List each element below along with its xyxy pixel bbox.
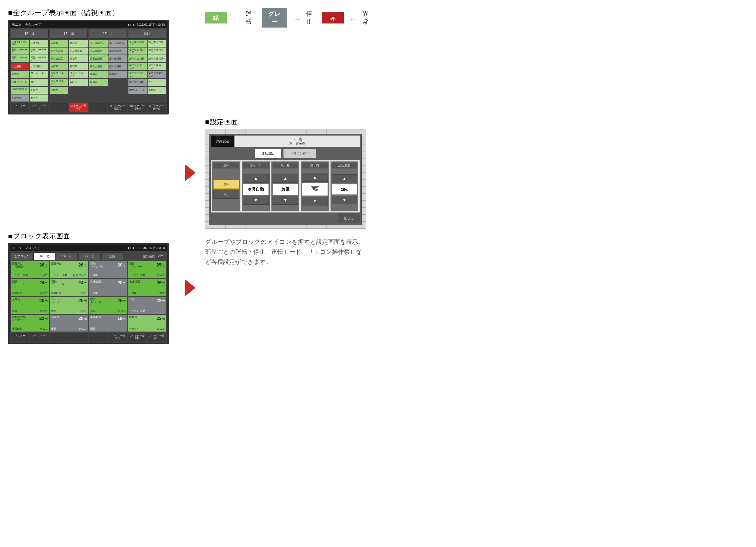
group-tile[interactable]: 準備室1	[89, 71, 108, 78]
group-tile[interactable]: 第一食堂 厨房1	[128, 55, 147, 62]
block-tab[interactable]: 2F 北	[79, 252, 100, 260]
block-tab[interactable]: 別館	[101, 252, 123, 260]
block-card[interactable]: 自動販売機 コーナー22℃冷暖自動 急 22℃	[11, 315, 49, 332]
group-tile[interactable]: 第一会議室 B	[89, 40, 108, 47]
block-card[interactable]: 配布倉庫19℃暖房	[89, 315, 127, 332]
block-tab[interactable]: 1F 北	[33, 252, 55, 260]
group-tile[interactable]: 医務室	[30, 94, 48, 101]
group-tile[interactable]: 第一営業部	[50, 47, 68, 55]
group-tile[interactable]: 給湯室	[89, 79, 108, 86]
block-card[interactable]: 商談 コーナーB25℃ドライ1 自動日 26℃	[128, 261, 166, 278]
temp-down-button[interactable]: ▼	[332, 196, 357, 204]
footer-button[interactable]: ブロック 一括運転	[128, 333, 147, 342]
group-tile[interactable]: 経理部	[69, 40, 87, 47]
block-tab[interactable]: 1F 南	[56, 252, 78, 260]
block-card[interactable]: 商談 コーナーC24℃冷暖自動 急 24℃	[11, 279, 49, 296]
group-tile[interactable]: 役員会議室	[50, 55, 68, 62]
group-tile[interactable]: 開発部 グループ3	[50, 79, 68, 86]
group-tile[interactable]: 第二食堂 北エリア	[128, 63, 147, 70]
group-tile[interactable]: 体験室	[50, 87, 68, 94]
group-tile[interactable]: 管理部	[69, 63, 87, 70]
group-tile[interactable]: 第一食堂 東エリア	[148, 47, 166, 55]
group-tile[interactable]: 第二会議室	[89, 47, 108, 55]
block-card[interactable]: 給湯室20℃暖房 急 20℃	[50, 315, 88, 332]
block-card[interactable]: 見学室20℃暖房 急 20℃	[11, 297, 49, 314]
swing-down-button[interactable]: ▼	[302, 197, 328, 205]
group-tile[interactable]: 企画部	[50, 63, 68, 70]
group-tile[interactable]: 商談 コーナーB	[30, 47, 48, 55]
footer-button[interactable]: ブロック 一括停止	[147, 333, 166, 342]
group-tile[interactable]: 第一食堂 西エリア	[128, 47, 147, 55]
group-tile[interactable]: ロッカー ルーム	[30, 71, 48, 78]
fan-down-button[interactable]: ▼	[273, 196, 298, 205]
group-tile[interactable]: 設計部	[69, 79, 87, 86]
group-tile[interactable]: 第七会議室	[89, 63, 108, 70]
block-card[interactable]: 大会議室226℃ 急風日 26℃	[128, 279, 166, 296]
group-tile[interactable]: 第二食堂 東エリア	[148, 71, 166, 78]
group-tile[interactable]: 第二食堂 西エリア	[128, 71, 147, 78]
block-card[interactable]: 商談 コーナーD24℃冷暖自動 日 24℃	[50, 279, 88, 296]
group-tile[interactable]: 総務部	[69, 55, 87, 62]
detail-settings-button[interactable]: 詳細設定	[211, 135, 234, 147]
settings-tab-remote[interactable]: リモコン操作	[283, 149, 316, 158]
footer-button[interactable]: 全グループ 一括設定	[108, 103, 127, 112]
footer-button[interactable]: メニュー	[11, 103, 29, 112]
group-tile[interactable]: 事務所	[148, 87, 166, 94]
footer-button[interactable]: 全グループ 一括停止	[147, 103, 166, 112]
group-tile[interactable]: 喫煙 スペース	[11, 79, 29, 86]
group-tile[interactable]: 第一食堂 厨房2	[148, 55, 166, 62]
group-tile[interactable]: 第五会議室	[89, 55, 108, 62]
group-tile[interactable]: 売店	[148, 79, 166, 86]
group-tile[interactable]: 開発部 グループ1	[50, 71, 68, 78]
group-tile[interactable]: 第六会議室	[108, 55, 127, 62]
group-tile[interactable]: 給湯室	[30, 87, 48, 94]
group-tile[interactable]: 商談 コーナーA	[11, 47, 29, 55]
footer-button[interactable]: アイコン ガイド	[30, 103, 49, 112]
mode-down-button[interactable]: ▼	[243, 196, 268, 205]
group-tile[interactable]: 第一食堂 南エリア	[148, 40, 166, 47]
group-tile[interactable]: 開発部 グループ2	[69, 71, 87, 78]
block-card[interactable]: 商談 コーナーA20℃ 送風	[89, 261, 127, 278]
group-tile[interactable]: 第二営業部	[69, 47, 87, 55]
group-tile[interactable]: ロビー	[30, 79, 48, 86]
close-button[interactable]: 閉じる	[338, 213, 360, 223]
group-tile[interactable]: 第三会議室	[108, 47, 127, 55]
footer-button[interactable]: ブロック 一括設定	[108, 333, 127, 342]
block-tab[interactable]: 全ブロック	[11, 252, 32, 260]
group-tile[interactable]: 自動販売機 コーナー	[11, 87, 29, 94]
block-card[interactable]: 喫煙 スペース26℃送風 急 26℃	[89, 297, 127, 314]
group-tile[interactable]: 第一食堂 北エリア	[128, 40, 147, 47]
group-tile[interactable]: 第二食堂 南エリア	[148, 63, 166, 70]
group-tile[interactable]: 人事部	[50, 40, 68, 47]
fan-up-button[interactable]: ▲	[273, 174, 298, 183]
swing-up-button[interactable]: ▲	[302, 173, 328, 182]
footer-button[interactable]: アイコン ガイド	[30, 333, 49, 342]
zone-tab[interactable]: 1F 南	[50, 29, 88, 39]
block-card[interactable]: ロッカー ルーム20℃暖房 日 20℃	[50, 297, 88, 314]
group-tile[interactable]: 商談 コーナーD	[30, 55, 48, 62]
block-card[interactable]: 応接室226℃ドライ1 自動微風 日 26℃	[50, 261, 88, 278]
group-tile[interactable]: 第一会議室 A	[108, 40, 127, 47]
group-tile[interactable]: 応接室1 TV会議室	[11, 40, 29, 47]
group-tile[interactable]: 第二食堂 厨房	[128, 79, 147, 86]
zone-tab[interactable]: 別館	[128, 29, 166, 39]
settings-tab-operation[interactable]: 運転設定	[255, 149, 281, 158]
group-tile[interactable]: 大会議室2	[30, 63, 48, 70]
zone-tab[interactable]: 1F 北	[11, 29, 49, 39]
block-card[interactable]: 大会議室120℃ 送風	[89, 279, 127, 296]
block-card[interactable]: 応接室1 TV会議室26℃ドライ1 自動1 ---℃	[11, 261, 49, 278]
group-tile[interactable]: 見学室	[11, 71, 29, 78]
off localStorage-button[interactable]: 停止	[213, 190, 239, 199]
footer-button[interactable]: 全グループ 一括運転	[128, 103, 147, 112]
footer-button[interactable]: アラーム 詳細表示	[69, 103, 88, 112]
group-tile[interactable]: 商談 コーナーC	[11, 55, 29, 62]
block-card[interactable]: ロビー23℃ドライ1 自動	[128, 297, 166, 314]
footer-button[interactable]: メニュー	[11, 333, 29, 342]
temp-up-button[interactable]: ▲	[332, 174, 357, 183]
group-tile[interactable]: 準備室2	[108, 71, 127, 78]
group-tile[interactable]: 大会議室1	[11, 63, 29, 70]
group-tile[interactable]: 応接室2	[30, 40, 48, 47]
group-tile[interactable]: 第八会議室	[108, 63, 127, 70]
mode-up-button[interactable]: ▲	[243, 174, 268, 183]
block-card[interactable]: 医務室22℃ドライ1 日 22℃	[128, 315, 166, 332]
